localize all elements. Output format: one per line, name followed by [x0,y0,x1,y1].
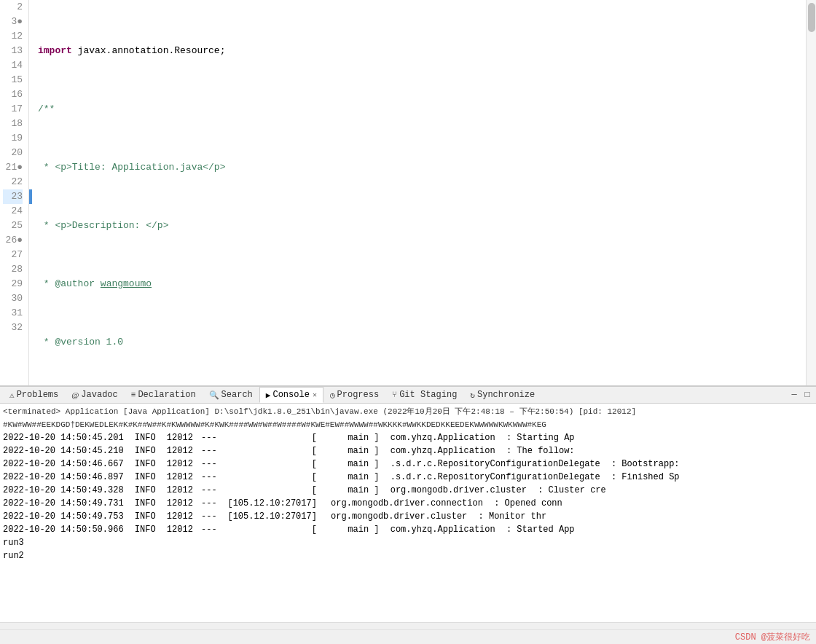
maximize-console-btn[interactable]: □ [801,389,813,401]
console-output-run2: run2 [3,549,813,562]
console-tab-close[interactable]: ✕ [313,390,317,399]
tab-git-staging-label: Git Staging [399,390,457,400]
console-content: <terminated> Application [Java Applicati… [0,404,816,622]
code-line-12: * <p>Title: Application.java</p> [38,160,806,175]
line-numbers: 2 3● 12 13 14 15 16 17 18 19 20 21● 22 2… [0,0,29,385]
tab-problems[interactable]: ⚠ Problems [3,387,65,403]
code-line-2: import javax.annotation.Resource; [38,44,806,58]
console-log-line-8: 2022-10-20 14:50:50.966 INFO 12012 --- [… [3,523,813,536]
tab-search[interactable]: 🔍 Search [203,387,259,403]
declaration-icon: ≡ [131,390,136,399]
console-footer: CSDN @菠菜很好吃 [0,629,816,644]
code-lines: import javax.annotation.Resource; /** * … [32,0,806,385]
tab-javadoc[interactable]: @ Javadoc [65,387,125,403]
git-staging-icon: ⑂ [392,390,397,399]
synchronize-icon: ↻ [470,390,475,400]
tab-declaration[interactable]: ≡ Declaration [125,387,203,403]
tab-problems-label: Problems [17,390,59,400]
problems-icon: ⚠ [9,390,15,400]
minimize-console-btn[interactable]: — [788,389,800,401]
code-line-3: /** [38,102,806,117]
console-log-line-7: 2022-10-20 14:50:49.753 INFO 12012 --- [… [3,510,813,523]
console-log-line-6: 2022-10-20 14:50:49.731 INFO 12012 --- [… [3,497,813,510]
javadoc-icon: @ [71,390,79,399]
vertical-scrollbar[interactable] [806,0,816,385]
tab-git-staging[interactable]: ⑂ Git Staging [385,387,463,403]
console-log-line-1: 2022-10-20 14:50:45.201 INFO 12012 --- [… [3,431,813,444]
scrollbar-thumb[interactable] [808,3,815,32]
tab-declaration-label: Declaration [138,390,195,400]
horizontal-scrollbar[interactable] [0,385,816,386]
tab-console[interactable]: ▶ Console ✕ [259,387,323,403]
tab-progress-label: Progress [337,390,380,400]
tab-javadoc-label: Javadoc [81,390,117,400]
tab-synchronize[interactable]: ↻ Synchronize [463,387,541,403]
console-icon: ▶ [266,390,271,400]
tab-progress[interactable]: ◷ Progress [323,387,385,403]
console-output-run3: run3 [3,536,813,549]
console-log-line-3: 2022-10-20 14:50:46.667 INFO 12012 --- [… [3,458,813,471]
tab-console-label: Console [272,390,309,400]
console-scrambled-line: #KW#WW##EEKDGD†DEKWEDLEK#K#K##W##K#KWWWW… [3,418,813,431]
console-area: <terminated> Application [Java Applicati… [0,404,816,644]
tab-search-label: Search [221,390,253,400]
code-line-14: * @author wangmoumo [38,277,806,291]
console-terminated-header: <terminated> Application [Java Applicati… [3,405,813,418]
csdn-watermark: CSDN @菠菜很好吃 [735,631,810,643]
console-log-line-4: 2022-10-20 14:50:46.897 INFO 12012 --- [… [3,471,813,484]
progress-icon: ◷ [330,390,335,400]
code-line-13: * <p>Description: </p> [38,219,806,233]
tab-synchronize-label: Synchronize [477,390,535,400]
tab-bar: ⚠ Problems @ Javadoc ≡ Declaration 🔍 Sea… [0,386,816,404]
search-icon: 🔍 [209,390,219,400]
tab-bar-controls: — □ [788,389,813,401]
console-horizontal-scrollbar[interactable] [0,622,816,629]
console-log-line-2: 2022-10-20 14:50:45.210 INFO 12012 --- [… [3,444,813,458]
console-log-line-5: 2022-10-20 14:50:49.328 INFO 12012 --- [… [3,484,813,497]
code-line-15: * @version 1.0 [38,335,806,350]
code-editor: 2 3● 12 13 14 15 16 17 18 19 20 21● 22 2… [0,0,816,386]
